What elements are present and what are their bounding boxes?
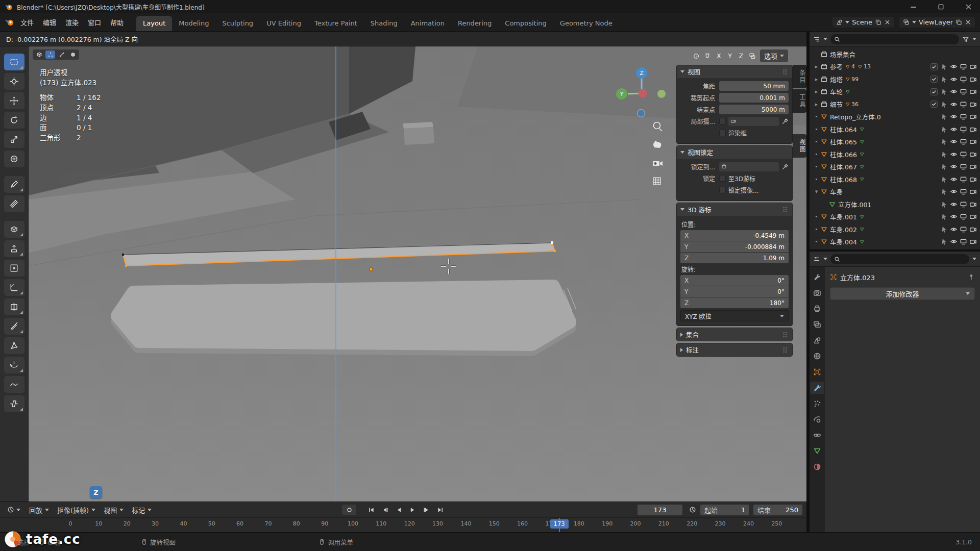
disable-viewport-toggle[interactable] (960, 88, 967, 95)
hide-viewport-toggle[interactable] (950, 188, 958, 195)
workspace-tab[interactable]: Rendering (451, 16, 498, 31)
workspace-tab[interactable]: Layout (136, 16, 172, 31)
timeline-menu-item[interactable]: 回放 (25, 504, 53, 516)
expand-dot-icon[interactable]: • (813, 238, 820, 245)
disable-render-toggle[interactable] (969, 138, 977, 145)
disable-viewport-toggle[interactable] (960, 151, 967, 158)
disable-render-toggle[interactable] (969, 126, 977, 133)
selectable-toggle[interactable] (940, 63, 948, 70)
selectable-toggle[interactable] (940, 101, 948, 108)
expand-down-icon[interactable]: ▾ (813, 188, 820, 195)
cursor-x-field[interactable]: X-0.4549 m (680, 230, 789, 241)
properties-tab-constraints[interactable] (810, 429, 824, 441)
properties-tab-material[interactable] (810, 461, 824, 473)
panel-options-icon[interactable] (781, 206, 789, 213)
cursor-z-field[interactable]: Z1.09 m (680, 253, 789, 263)
gizmo-center-ball[interactable] (639, 89, 647, 98)
collections-header[interactable]: 集合 (677, 328, 792, 341)
timeline-menu-item[interactable]: 标记 (128, 504, 156, 516)
properties-tab-modifiers[interactable] (810, 382, 824, 394)
collection-checkbox[interactable] (930, 76, 938, 83)
selectable-toggle[interactable] (940, 151, 948, 158)
outliner-row[interactable]: 立方体.001 (810, 198, 980, 211)
frame-end-field[interactable]: 结束 250 (753, 505, 802, 515)
3d-viewport[interactable]: Z Y (29, 46, 806, 502)
disable-render-toggle[interactable] (969, 213, 977, 220)
disable-viewport-toggle[interactable] (960, 163, 967, 170)
collection-checkbox[interactable] (930, 63, 938, 70)
timeline-menu-item[interactable]: 视图 (100, 504, 128, 516)
disable-render-toggle[interactable] (969, 163, 977, 170)
mirror-x-toggle[interactable]: X (715, 52, 722, 60)
tool-move-button[interactable] (4, 92, 24, 109)
selectable-toggle[interactable] (940, 213, 948, 220)
selectable-toggle[interactable] (940, 88, 948, 95)
disable-render-toggle[interactable] (969, 63, 977, 70)
cursor-rz-field[interactable]: Z180° (680, 297, 789, 308)
properties-tab-view-layer[interactable] (810, 318, 824, 331)
small-cube-front[interactable] (404, 127, 434, 145)
expand-dot-icon[interactable]: • (813, 213, 820, 220)
properties-tab-scene[interactable] (810, 334, 824, 346)
overlays-icon[interactable] (749, 53, 756, 60)
outliner-row[interactable]: ▸炮塔99 (810, 73, 980, 86)
tool-spin-button[interactable] (4, 357, 24, 373)
mirror-z-toggle[interactable]: Z (738, 52, 745, 60)
disable-render-toggle[interactable] (969, 176, 977, 183)
outliner-row[interactable]: ▸参考413 (810, 61, 980, 73)
render-region-checkbox[interactable] (719, 130, 726, 136)
timeline-menu-item[interactable]: 抠像(插帧) (53, 504, 100, 516)
disable-viewport-toggle[interactable] (960, 201, 967, 208)
workspace-tab[interactable]: Shading (364, 16, 404, 31)
expand-dot-icon[interactable]: • (813, 113, 820, 120)
properties-tab-tool[interactable] (810, 271, 824, 283)
expand-dot-icon[interactable]: • (813, 226, 820, 233)
maximize-button[interactable] (929, 0, 952, 13)
current-frame-field[interactable]: 173 (638, 505, 682, 515)
selectable-toggle[interactable] (940, 138, 948, 145)
hide-viewport-toggle[interactable] (950, 226, 958, 233)
chevron-down-icon[interactable] (972, 38, 976, 40)
tool-extrude-button[interactable] (4, 240, 24, 257)
tool-knife-button[interactable] (4, 318, 24, 335)
disable-render-toggle[interactable] (969, 88, 977, 95)
local-camera-checkbox[interactable] (719, 118, 726, 124)
workspace-tab[interactable]: Texture Paint (308, 16, 364, 31)
expand-dot-icon[interactable]: • (813, 163, 820, 170)
disable-viewport-toggle[interactable] (960, 126, 967, 133)
editor-type-dropdown[interactable] (4, 505, 23, 515)
hide-viewport-toggle[interactable] (950, 151, 958, 158)
disable-render-toggle[interactable] (969, 238, 977, 245)
hide-viewport-toggle[interactable] (950, 163, 958, 170)
outliner-row[interactable]: •Retopo_立方体.0 (810, 111, 980, 123)
copy-icon[interactable] (875, 19, 881, 26)
scene-selector[interactable]: Scene (832, 17, 894, 28)
play-button[interactable] (406, 505, 419, 515)
properties-tab-output[interactable] (810, 303, 824, 315)
gizmo-x-ball[interactable] (657, 90, 666, 98)
jump-to-end-button[interactable] (434, 505, 446, 515)
outliner-row[interactable]: •柱体.066 (810, 148, 980, 161)
selectable-toggle[interactable] (940, 188, 948, 195)
outliner-row[interactable]: •柱体.064 (810, 123, 980, 136)
tool-rotate-button[interactable] (4, 112, 24, 129)
tool-add-cube-button[interactable] (4, 221, 24, 238)
disable-render-toggle[interactable] (969, 151, 977, 158)
hide-viewport-toggle[interactable] (950, 113, 958, 120)
expand-right-icon[interactable]: ▸ (813, 76, 820, 83)
disable-viewport-toggle[interactable] (960, 101, 967, 108)
copy-icon[interactable] (955, 19, 962, 26)
menubar-item[interactable]: 帮助 (106, 15, 128, 29)
selectable-toggle[interactable] (940, 76, 948, 83)
tool-loop-cut-button[interactable] (4, 298, 24, 315)
hide-viewport-toggle[interactable] (950, 238, 958, 245)
panel-options-icon[interactable] (781, 331, 789, 338)
outliner-row[interactable]: ▾车身 (810, 186, 980, 198)
close-icon[interactable] (884, 19, 891, 26)
playhead-frame-badge[interactable]: 173 (550, 519, 569, 529)
tool-inset-faces-button[interactable] (4, 260, 24, 277)
clip-end-field[interactable]: 5000 m (719, 105, 789, 114)
auto-keying-button[interactable] (342, 505, 356, 515)
tool-annotate-button[interactable] (4, 176, 24, 193)
cursor-ry-field[interactable]: Y0° (680, 286, 789, 297)
